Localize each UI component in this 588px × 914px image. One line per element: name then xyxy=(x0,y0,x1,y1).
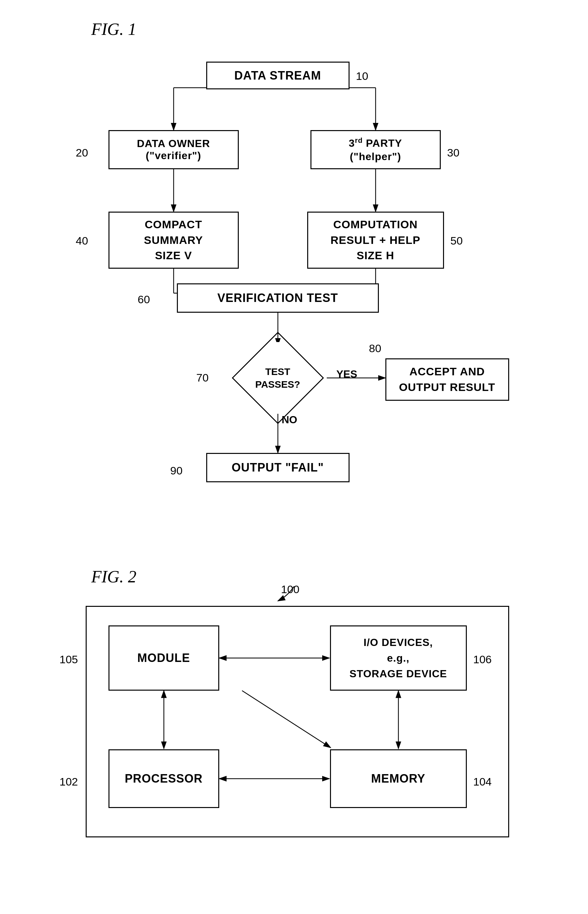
comp-line2: RESULT + HELP xyxy=(331,232,420,248)
accept-output-box: ACCEPT AND OUTPUT RESULT xyxy=(385,358,509,401)
compact-summary-box: COMPACT SUMMARY SIZE V xyxy=(108,212,239,269)
third-party-box: 3rd PARTY ("helper") xyxy=(310,130,441,169)
label-50: 50 xyxy=(451,235,463,247)
io-devices-box: I/O DEVICES, e.g., STORAGE DEVICE xyxy=(330,626,467,690)
label-60: 60 xyxy=(138,293,150,306)
fig1-section: FIG. 1 xyxy=(32,19,556,541)
computation-result-box: COMPUTATION RESULT + HELP SIZE H xyxy=(307,212,444,269)
label-105: 105 xyxy=(60,653,78,666)
memory-box: MEMORY xyxy=(330,749,467,808)
test-passes-diamond: TESTPASSES? xyxy=(229,342,327,414)
label-20: 20 xyxy=(76,146,88,159)
fig2-title: FIG. 2 xyxy=(91,567,556,586)
label-10: 10 xyxy=(356,70,368,83)
no-label: NO xyxy=(282,414,297,426)
third-party-line1: 3rd PARTY xyxy=(349,136,402,150)
label-70: 70 xyxy=(196,371,209,384)
io-line1: I/O DEVICES, xyxy=(349,635,447,650)
label-40: 40 xyxy=(76,235,88,247)
compact-line1: COMPACT xyxy=(144,217,203,232)
label-102: 102 xyxy=(60,775,78,788)
accept-line2: OUTPUT RESULT xyxy=(399,379,496,395)
label-106: 106 xyxy=(473,653,492,666)
third-party-line2: ("helper") xyxy=(349,150,402,164)
compact-line3: SIZE V xyxy=(144,248,203,264)
module-box: MODULE xyxy=(108,626,219,690)
comp-line3: SIZE H xyxy=(331,248,420,264)
yes-label: YES xyxy=(336,368,357,380)
processor-box: PROCESSOR xyxy=(108,749,219,808)
verification-test-box: VERIFICATION TEST xyxy=(177,284,379,313)
label-100: 100 xyxy=(281,583,300,596)
test-passes-text: TESTPASSES? xyxy=(255,365,300,391)
output-fail-text: OUTPUT "FAIL" xyxy=(232,461,324,475)
data-owner-box: DATA OWNER ("verifier") xyxy=(108,130,239,169)
output-fail-box: OUTPUT "FAIL" xyxy=(206,453,349,482)
label-90: 90 xyxy=(170,464,183,477)
fig1-title: FIG. 1 xyxy=(91,19,556,39)
label-80: 80 xyxy=(369,342,381,355)
compact-line2: SUMMARY xyxy=(144,232,203,248)
page: FIG. 1 xyxy=(0,0,588,864)
data-stream-box: DATA STREAM xyxy=(206,62,349,89)
label-30: 30 xyxy=(447,146,460,159)
label-104: 104 xyxy=(473,775,492,788)
accept-line1: ACCEPT AND xyxy=(399,364,496,379)
io-line3: STORAGE DEVICE xyxy=(349,666,447,682)
fig2-diagram: 100 MODULE 105 I/O DEVICES, xyxy=(66,599,522,844)
fig1-flowchart: DATA STREAM 10 DATA OWNER ("verifier") 2… xyxy=(34,52,555,541)
fig2-section: FIG. 2 100 MODULE 105 xyxy=(32,567,556,844)
comp-line1: COMPUTATION xyxy=(331,217,420,232)
io-line2: e.g., xyxy=(349,650,447,666)
